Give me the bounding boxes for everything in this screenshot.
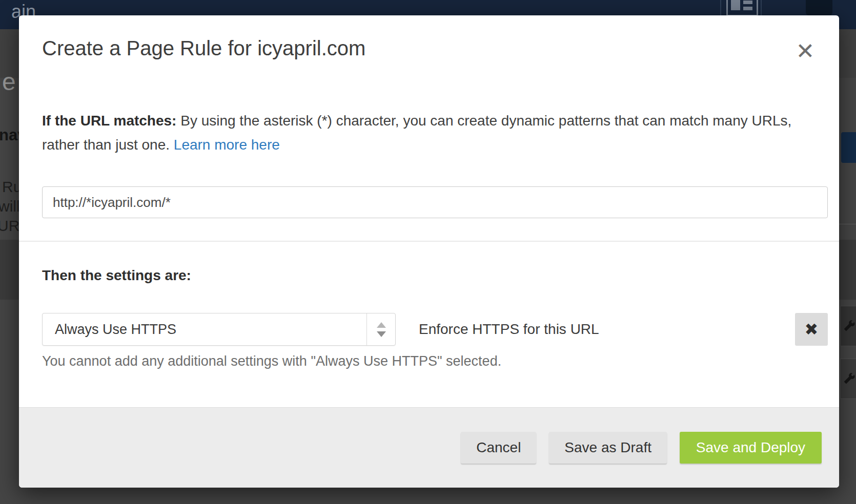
learn-more-link[interactable]: Learn more here bbox=[174, 137, 280, 153]
cancel-button[interactable]: Cancel bbox=[461, 432, 536, 464]
setting-select-value: Always Use HTTPS bbox=[43, 313, 366, 345]
save-as-draft-button[interactable]: Save as Draft bbox=[549, 432, 667, 464]
remove-setting-icon: ✖ bbox=[805, 320, 819, 339]
modal-footer: Cancel Save as Draft Save and Deploy bbox=[19, 407, 839, 488]
screen: ain. e nav Ru will UR Create a Page Rule… bbox=[0, 0, 856, 504]
chevron-up-icon bbox=[377, 322, 386, 328]
setting-description: Enforce HTTPS for this URL bbox=[419, 321, 599, 338]
remove-setting-button[interactable]: ✖ bbox=[795, 313, 828, 346]
setting-select[interactable]: Always Use HTTPS bbox=[42, 313, 396, 346]
background-blue-button-fragment bbox=[841, 132, 856, 163]
background-rule-card bbox=[840, 306, 856, 346]
select-spinner-icon bbox=[366, 313, 395, 345]
settings-heading: Then the settings are: bbox=[42, 267, 191, 284]
create-page-rule-modal: Create a Page Rule for icyapril.com ✕ If… bbox=[19, 15, 839, 488]
background-divider bbox=[839, 224, 856, 224]
url-match-label: If the URL matches: bbox=[42, 113, 176, 129]
app-icon bbox=[806, 0, 832, 15]
background-text-fragment: will bbox=[0, 198, 20, 215]
chevron-down-icon bbox=[377, 331, 386, 337]
wrench-icon bbox=[841, 319, 856, 334]
setting-note: You cannot add any additional settings w… bbox=[42, 353, 501, 369]
layout-icon-bar bbox=[743, 7, 752, 10]
layout-icon bbox=[726, 0, 758, 16]
layout-icon-bar bbox=[743, 1, 752, 4]
background-text-fragment: UR bbox=[0, 217, 19, 235]
url-match-description: If the URL matches: By using the asteris… bbox=[42, 109, 801, 157]
background-text-fragment: e bbox=[2, 68, 16, 96]
background-rule-card bbox=[840, 359, 856, 399]
url-pattern-input[interactable] bbox=[42, 186, 828, 218]
setting-row: Always Use HTTPS Enforce HTTPS for this … bbox=[42, 313, 828, 346]
layout-icon-block bbox=[731, 0, 740, 10]
close-icon: ✕ bbox=[796, 38, 815, 64]
save-and-deploy-button[interactable]: Save and Deploy bbox=[680, 432, 822, 464]
page-title: Create a Page Rule for icyapril.com bbox=[42, 37, 365, 60]
wrench-icon bbox=[841, 371, 856, 387]
close-button[interactable]: ✕ bbox=[792, 38, 819, 65]
section-divider bbox=[19, 241, 839, 242]
